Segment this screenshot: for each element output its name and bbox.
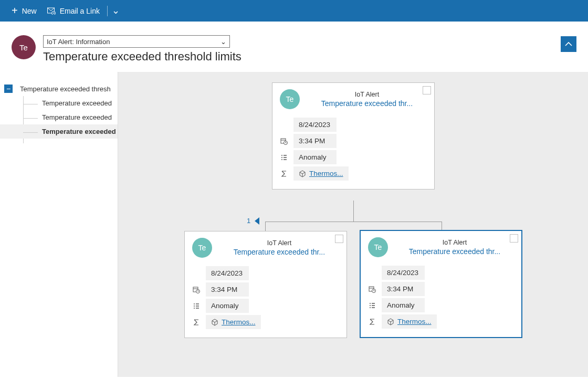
card-avatar: Te [192,238,212,258]
field-status: Anomaly [206,299,249,313]
chevron-up-icon [565,41,572,47]
list-icon [368,301,376,310]
record-header: Te IoT Alert: Information ⌄ Temperature … [0,22,588,72]
card-title-link[interactable]: Temperature exceeded thr... [307,99,427,108]
field-time: 3:34 PM [206,282,249,297]
list-icon [280,153,288,162]
collapse-icon[interactable]: − [4,85,13,93]
tree-child-item-selected[interactable]: Temperature exceeded [0,124,118,139]
field-time: 3:34 PM [382,282,425,296]
avatar-initials: Te [19,43,28,52]
tree-child-item[interactable]: Temperature exceeded [0,110,118,124]
card-type-label: IoT Alert [395,239,514,246]
card-avatar: Te [280,89,300,109]
field-date: 8/24/2023 [293,118,337,132]
new-button[interactable]: New [6,2,42,20]
cube-icon [299,170,306,177]
datetime-icon [280,137,288,145]
cube-icon [387,318,394,325]
datetime-icon [192,286,201,294]
field-status: Anomaly [382,298,425,312]
plus-icon [12,5,18,17]
hierarchy-card-selected[interactable]: Te IoT Alert Temperature exceeded thr...… [360,230,522,338]
field-device-link[interactable]: Thermos... [206,315,261,329]
collapse-left-icon[interactable] [255,217,259,225]
record-avatar: Te [12,35,36,59]
card-expand-button[interactable] [335,235,343,243]
card-title-link[interactable]: Temperature exceeded thr... [219,248,339,256]
main-area: − Temperature exceeded thresh Temperatur… [0,72,588,377]
cube-icon [211,319,218,326]
field-status: Anomaly [293,150,337,164]
field-date: 8/24/2023 [382,266,425,280]
form-selector[interactable]: IoT Alert: Information ⌄ [43,35,230,48]
hierarchy-tree: − Temperature exceeded thresh Temperatur… [0,72,118,377]
tree-item-label: Temperature exceeded thresh [20,85,111,93]
child-count: 1 [247,217,250,225]
child-count-indicator: 1 [247,217,259,225]
list-icon [192,302,201,310]
field-date: 8/24/2023 [206,266,249,280]
separator [107,6,108,16]
tree-item-label: Temperature exceeded [42,113,112,121]
card-avatar: Te [368,237,388,257]
form-selector-label: IoT Alert: Information [47,38,110,46]
card-expand-button[interactable] [423,86,431,94]
hierarchy-card[interactable]: Te IoT Alert Temperature exceeded thr...… [272,82,435,190]
collapse-header-button[interactable] [561,36,576,52]
sigma-icon [280,170,288,178]
email-link-label: Email a Link [60,7,100,15]
card-title-link[interactable]: Temperature exceeded thr... [395,247,514,256]
card-type-label: IoT Alert [307,91,427,98]
hierarchy-canvas[interactable]: 1 Te IoT Alert Temperature exceeded thr.… [118,72,588,377]
sigma-icon [192,318,201,327]
tree-child-item[interactable]: Temperature exceeded [0,96,118,110]
chevron-down-icon [112,7,120,15]
command-bar: New Email a Link [0,0,588,22]
sigma-icon [368,318,376,326]
more-commands-button[interactable] [110,4,122,18]
field-device-link[interactable]: Thermos... [293,166,349,181]
email-icon [47,7,56,15]
card-expand-button[interactable] [510,234,518,243]
new-label: New [22,7,37,15]
field-time: 3:34 PM [293,134,337,148]
card-type-label: IoT Alert [219,239,339,247]
tree-item-label: Temperature exceeded [42,99,112,107]
tree-root-item[interactable]: − Temperature exceeded thresh [0,81,118,96]
chevron-down-icon: ⌄ [220,38,226,46]
page-title: Temperature exceeded threshold limits [43,50,242,64]
email-link-button[interactable]: Email a Link [42,4,105,18]
tree-item-label: Temperature exceeded [42,128,116,135]
field-device-link[interactable]: Thermos... [382,314,437,329]
hierarchy-card[interactable]: Te IoT Alert Temperature exceeded thr...… [184,231,347,338]
datetime-icon [368,285,376,293]
